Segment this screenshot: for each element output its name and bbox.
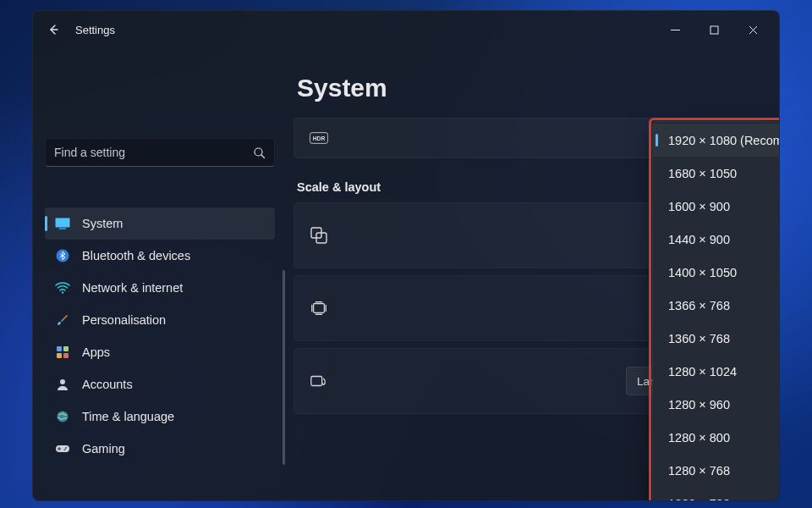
resolution-option[interactable]: 1400 × 1050 — [653, 256, 779, 289]
wifi-icon — [55, 280, 70, 295]
globe-icon — [55, 409, 70, 424]
minimize-icon — [671, 25, 680, 35]
orientation-icon — [310, 372, 328, 390]
sidebar-item-accounts[interactable]: Accounts — [45, 368, 275, 400]
svg-rect-3 — [59, 229, 66, 229]
arrow-left-icon — [47, 23, 60, 36]
sidebar-scrollbar[interactable] — [283, 270, 285, 465]
sidebar-item-label: Network & internet — [82, 281, 183, 295]
search-input[interactable] — [54, 146, 253, 159]
resolution-option[interactable]: 1366 × 768 — [653, 289, 779, 322]
sidebar-item-apps[interactable]: Apps — [45, 336, 275, 368]
resolution-option[interactable]: 1360 × 768 — [653, 322, 779, 355]
hdr-icon: HDR — [310, 129, 328, 147]
svg-rect-9 — [63, 353, 69, 358]
svg-rect-2 — [56, 218, 70, 228]
search-icon — [253, 146, 266, 159]
titlebar: Settings — [33, 11, 779, 48]
maximize-button[interactable] — [694, 16, 733, 43]
sidebar-item-label: Apps — [82, 345, 110, 359]
nav-list: System Bluetooth & devices Network & int… — [45, 207, 275, 465]
svg-point-14 — [64, 449, 66, 450]
svg-point-13 — [65, 447, 67, 449]
svg-rect-7 — [63, 346, 69, 351]
resolution-option[interactable]: 1280 × 800 — [653, 421, 779, 454]
person-icon — [55, 377, 70, 392]
svg-rect-0 — [710, 26, 718, 34]
gamepad-icon — [55, 441, 70, 456]
apps-icon — [55, 345, 70, 360]
sidebar-item-label: Accounts — [82, 378, 133, 391]
resolution-option[interactable]: 1680 × 1050 — [653, 157, 779, 190]
resolution-icon — [310, 299, 328, 318]
svg-point-10 — [60, 379, 65, 384]
resolution-option[interactable]: 1280 × 1024 — [653, 355, 779, 388]
sidebar-item-label: System — [82, 217, 123, 230]
resolution-dropdown-popup: 1920 × 1080 (Recommended)1680 × 10501600… — [652, 121, 779, 500]
sidebar-item-label: Bluetooth & devices — [82, 249, 190, 262]
resolution-option[interactable]: 1280 × 960 — [653, 388, 779, 421]
scale-icon — [310, 226, 328, 245]
svg-rect-6 — [57, 346, 62, 351]
brush-icon — [55, 312, 70, 328]
main-content: System HDR Scale & layout ems — [287, 48, 779, 500]
svg-rect-20 — [311, 377, 322, 386]
settings-window: Settings System — [32, 10, 780, 501]
sidebar-item-label: Personalisation — [82, 313, 166, 327]
back-button[interactable] — [40, 16, 67, 43]
close-button[interactable] — [733, 16, 772, 43]
resolution-option[interactable]: 1920 × 1080 (Recommended) — [653, 124, 779, 157]
svg-rect-19 — [314, 304, 325, 313]
sidebar-item-network[interactable]: Network & internet — [45, 272, 275, 304]
bluetooth-icon — [55, 248, 70, 263]
svg-text:HDR: HDR — [313, 135, 326, 141]
sidebar-item-personalisation[interactable]: Personalisation — [45, 304, 275, 336]
svg-rect-8 — [57, 353, 62, 358]
sidebar-item-label: Gaming — [82, 442, 125, 456]
display-icon — [55, 216, 70, 231]
window-title: Settings — [75, 24, 115, 36]
minimize-button[interactable] — [656, 16, 694, 43]
maximize-icon — [710, 25, 719, 35]
resolution-option[interactable]: 1280 × 720 — [653, 487, 779, 500]
sidebar: System Bluetooth & devices Network & int… — [33, 48, 287, 500]
search-box[interactable] — [45, 138, 275, 167]
resolution-option[interactable]: 1280 × 768 — [653, 454, 779, 487]
sidebar-item-gaming[interactable]: Gaming — [45, 433, 275, 465]
page-title: System — [297, 74, 760, 102]
sidebar-item-time[interactable]: Time & language — [45, 400, 275, 433]
resolution-option[interactable]: 1600 × 900 — [653, 190, 779, 223]
sidebar-item-system[interactable]: System — [45, 207, 275, 240]
sidebar-item-bluetooth[interactable]: Bluetooth & devices — [45, 240, 275, 272]
sidebar-item-label: Time & language — [82, 410, 174, 423]
close-icon — [749, 25, 758, 35]
resolution-option[interactable]: 1440 × 900 — [653, 223, 779, 256]
svg-point-5 — [62, 291, 63, 293]
